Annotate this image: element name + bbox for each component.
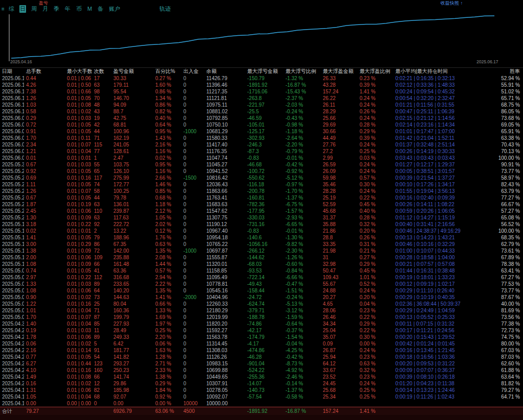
table-row[interactable]: 2025.05.071.330.01 | 0.0389233.652.22 %0… [0,281,523,287]
menu-item-7[interactable]: 币 [76,5,82,13]
table-row[interactable]: 2025.05.261.260.01 | 0.0758100.250.85 %0… [0,188,523,194]
menu-item-5[interactable]: 季 [53,5,60,13]
table-row[interactable]: 2025.04.200.160.01 | 0.021229.860.29 %01… [0,380,523,387]
table-row[interactable]: 2025.06.010.010.01 | 0.0112.470.02 %0110… [0,155,523,161]
menu-item-10[interactable]: 账户 [108,5,121,13]
menu-item-2[interactable]: 日 [19,5,26,13]
column-header-max-float-profit[interactable]: 最大浮盈金额 [321,68,358,76]
menu-item-4[interactable]: 月 [42,5,49,13]
cell-max-float-profit: 33.35 [321,241,358,248]
cell-pnl-pct: 0.00 % [153,400,181,407]
table-row[interactable]: 2025.06.111.030.01 | 0.084894.090.86 %01… [0,102,523,108]
table-row[interactable]: 2025.05.271.110.01 | 0.0574172.771.46 %0… [0,181,523,188]
table-row[interactable]: 2025.06.137.380.01 | 0.669895.540.86 %01… [0,88,523,95]
table-row[interactable]: 2025.05.082.970.01 | 0.22112316.682.94 %… [0,274,523,281]
table-row[interactable]: 2025.06.021.210.01 | 0.0477128.611.16 %0… [0,148,523,155]
table-row[interactable]: 2025.05.180.020.01 | 0.01213.220.12 %010… [0,228,523,234]
column-header-balance[interactable]: 余额 [204,68,245,76]
table-row[interactable]: 2025.04.171.310.01 | 0.0682185.981.84 %0… [0,387,523,393]
cell-balance: 11763.41 [204,194,245,201]
menu-item-9[interactable]: 备 [97,5,104,13]
table-row[interactable]: 2025.04.290.190.01 | 0.031128.490.25 %01… [0,327,523,334]
column-header-max-float-loss-pct[interactable]: 最大浮亏比例 [283,68,321,76]
table-row[interactable]: 2025.05.153.000.01 | 0.298667.350.63 %01… [0,241,523,248]
menu-item-3[interactable]: 周 [31,5,37,13]
cell-date: 2025.05.01 [0,314,24,320]
cell-max-float-profit: 59.98 [321,175,358,181]
table-row[interactable]: 2025.05.141.380.01 | 0.0972142.001.35 %-… [0,248,523,254]
table-row[interactable]: 2025.06.121.260.01 | 0.0570146.701.34 %0… [0,95,523,102]
column-header-max-float-profit-pct[interactable]: 最大浮盈比例 [358,68,393,76]
cell-date: 2025.05.18 [0,228,24,234]
column-header-max-float-loss[interactable]: 最大浮亏金额 [245,68,283,76]
table-row[interactable]: 2025.04.301.400.01 | 0.0485227.931.97 %0… [0,320,523,327]
cell-balance: 12019.99 [204,314,245,320]
table-row[interactable]: 2025.05.021.010.01 | 0.0471160.361.33 %0… [0,307,523,314]
table-row[interactable]: 2025.05.280.690.01 | 0.16117275.992.66 %… [0,175,523,181]
table-row[interactable]: 2025.05.221.870.01 | 0.1963136.011.18 %0… [0,201,523,208]
table-row[interactable]: 2025.05.090.740.01 | 0.054163.360.57 %01… [0,267,523,274]
cell-balance: 11563.78 [204,334,245,340]
cell-max-float-profit-pct: 0.24 % [358,287,393,294]
table-row[interactable]: 2025.06.164.260.01 | 0.5063179.111.60 %0… [0,82,523,88]
table-row[interactable]: 2025.04.270.060.01 | 0.0256.420.06 %0113… [0,340,523,347]
table-row[interactable]: 2025.05.041.220.01 | 0.162580.040.66 %01… [0,301,523,307]
table-row[interactable]: 2025.05.193.180.01 | 0.2292222.722.02 %0… [0,221,523,228]
cell-cash-flow: 0 [181,95,204,102]
cell-pnl-pct: 1.28 % [153,354,181,360]
menu-item-6[interactable]: 年 [64,5,71,13]
total-row[interactable]: 合计79.276926.7963.06 %4500-1891.92-16.87 … [0,407,523,415]
column-header-win-rate[interactable]: 胜率 [487,68,523,76]
cell-count: 71 [92,307,111,314]
cell-max-float-loss-pct: -0.47 % [283,281,321,287]
table-row[interactable]: 2025.04.252.160.01 | 0.1491181.771.63 %0… [0,347,523,354]
table-row[interactable]: 2025.04.281.780.01 | 0.0689249.332.20 %0… [0,334,523,340]
column-header-date[interactable]: 日期 [0,68,24,76]
cell-pnl-pct: 0.86 % [153,88,181,95]
table-row[interactable]: 2025.05.011.700.01 | 0.0787199.791.69 %0… [0,314,523,320]
table-row[interactable]: 2025.06.060.720.01 | 0.054268.810.64 %01… [0,121,523,128]
table-row[interactable]: 2025.05.161.410.01 | 0.0579188.961.76 %0… [0,234,523,241]
cell-max-float-profit: 26.46 [321,314,358,320]
table-row[interactable]: 2025.05.230.670.01 | 0.054479.780.68 %01… [0,194,523,201]
table-row[interactable]: 2025.04.150.000.00 | 0.0000.000.00 %1000… [0,400,523,407]
table-row[interactable]: 2025.06.100.580.01 | 0.024388.70.82 %010… [0,108,523,115]
table-row[interactable]: 2025.05.121.080.01 | 0.0966161.481.44 %0… [0,261,523,267]
cell-max-float-profit-pct: 0.24 % [358,141,393,148]
column-header-holding-time[interactable]: 最小平均|最大持仓时间 [393,68,487,76]
table-row[interactable]: 2025.04.211.490.01 | 0.0866141.741.38 %0… [0,374,523,380]
table-row[interactable]: 2025.04.161.050.01 | 0.046892.070.92 %01… [0,393,523,400]
cell-date: 2025.04.24 [0,354,24,360]
table-row[interactable]: 2025.06.090.290.01 | 0.031942.750.40 %01… [0,115,523,121]
cell-min-max-lots: 0.01 | 0.03 [65,115,92,121]
column-header-count[interactable]: 次数 [92,68,111,76]
table-row[interactable]: 2025.04.236.270.01 | 0.44123293.272.71 %… [0,360,523,367]
table-row[interactable]: 2025.05.290.920.01 | 0.0565126.101.16 %0… [0,168,523,175]
table-row[interactable]: 2025.06.041.700.01 | 0.1171162.191.43 %0… [0,135,523,141]
menu-item-8[interactable]: M [87,5,92,13]
cell-max-float-profit-pct [358,400,393,407]
table-row[interactable]: 2025.05.061.080.01 | 0.0664140.201.35 %0… [0,287,523,294]
cell-cash-flow: 0 [181,115,204,121]
table-row[interactable]: 2025.06.050.910.01 | 0.0544100.960.95 %-… [0,128,523,135]
column-header-total-lots[interactable]: 总手数 [24,68,65,76]
column-header-min-max-lots[interactable]: 最小大手数 [65,68,92,76]
table-row[interactable]: 2025.05.300.670.01 | 0.0355103.750.95 %0… [0,161,523,168]
column-header-pnl-amount[interactable]: 盈亏金额 [111,68,153,76]
snapshot-link[interactable]: 收益快照↑ [441,0,463,7]
column-header-pnl-pct[interactable]: 百分比% [153,68,181,76]
table-row[interactable]: 2025.05.050.900.01 | 0.0273144.631.41 %-… [0,294,523,301]
table-row[interactable]: 2025.06.032.340.01 | 0.07115241.052.16 %… [0,141,523,148]
table-row[interactable]: 2025.05.132.000.01 | 0.06109235.882.08 %… [0,254,523,261]
cell-max-float-loss: -158.44 [245,287,283,294]
table-row[interactable]: 2025.04.240.770.01 | 0.0554141.821.28 %0… [0,354,523,360]
table-row[interactable]: 2025.05.212.450.01 | 0.06110239.872.12 %… [0,208,523,214]
cell-min-max-lots: 0.01 | 0.06 [65,387,92,393]
menu-item-trajectory[interactable]: 轨迹 [159,5,171,13]
menu-item-1[interactable]: 综 [8,5,15,13]
table-row[interactable]: 2025.04.224.100.01 | 0.16160250.232.33 %… [0,367,523,374]
table-row[interactable]: 2025.06.170.440.01 | 0.061730.330.27 %01… [0,75,523,82]
table-row[interactable]: 2025.05.201.300.01 | 0.0963117.631.05 %0… [0,214,523,221]
column-header-cash-flow[interactable]: 出入金 [181,68,204,76]
cell-max-float-loss-pct: -9.82 % [283,241,321,248]
